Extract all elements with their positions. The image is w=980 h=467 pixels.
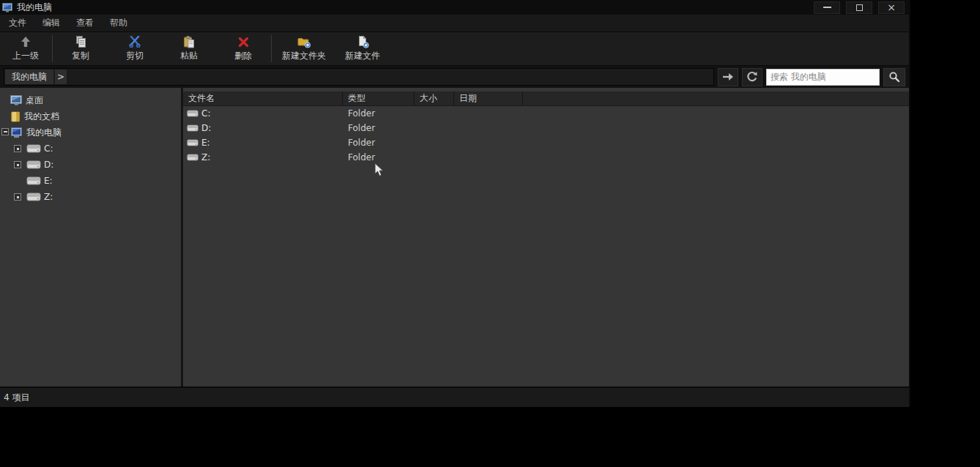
cut-icon [129,35,141,48]
tree-item-label: Z: [44,192,53,202]
column-header-spacer [523,91,909,105]
magnifier-icon [888,71,900,83]
up-one-level-label: 上一级 [12,50,39,62]
menu-help[interactable]: 帮助 [104,15,133,31]
desktop-background: 我的电脑 × 文件 编辑 查看 帮助 [0,0,980,467]
tree-item-drive-d[interactable]: D: [0,157,181,173]
item-count-status: 4 项目 [4,392,29,404]
refresh-icon [746,71,758,83]
delete-button[interactable]: 删除 [216,32,270,65]
file-row-drive-c[interactable]: C: Folder [183,106,909,121]
minimize-icon [823,7,831,8]
paste-button[interactable]: 粘贴 [162,32,216,65]
file-list-panel: 文件名 类型 大小 日期 C: Folder [183,88,909,386]
tree-item-label: 我的文档 [24,111,59,123]
menu-view[interactable]: 查看 [70,15,100,31]
drive-icon [187,109,198,118]
menu-edit[interactable]: 编辑 [37,15,66,31]
tree-item-my-documents[interactable]: 我的文档 [0,108,181,124]
window-title: 我的电脑 [17,1,52,14]
up-one-level-button[interactable]: 上一级 [0,32,51,65]
search-button[interactable] [883,68,905,86]
file-row-drive-z[interactable]: Z: Folder [183,150,909,165]
address-path-bar[interactable]: 我的电脑 > [4,68,714,86]
column-header-size[interactable]: 大小 [415,91,454,105]
tree-item-label: E: [44,176,53,186]
file-name: Z: [201,152,210,162]
file-manager-window: 我的电脑 × 文件 编辑 查看 帮助 [0,0,910,407]
tree-item-label: C: [44,143,53,154]
tree-panel: 桌面 我的文档 [0,88,181,386]
toolbar: 上一级 复制 [0,32,909,66]
copy-icon [75,35,86,48]
my-computer-app-icon [2,3,14,12]
go-arrow-icon [722,72,734,81]
tree-item-label: D: [44,160,53,170]
file-row-drive-d[interactable]: D: Folder [183,121,909,135]
status-bar: 4 项目 [0,386,909,407]
column-header-date[interactable]: 日期 [454,91,523,105]
minimize-button[interactable] [814,1,840,14]
go-button[interactable] [718,68,738,86]
expand-toggle-icon[interactable] [14,145,21,152]
drive-icon [26,143,41,154]
cut-button[interactable]: 剪切 [108,32,162,65]
breadcrumb-chevron-icon[interactable]: > [55,70,67,84]
close-button[interactable]: × [878,1,905,14]
toolbar-separator [271,35,272,62]
refresh-button[interactable] [742,68,762,86]
delete-icon [238,35,249,48]
tree-item-drive-z[interactable]: Z: [0,189,181,205]
paste-label: 粘贴 [180,50,198,62]
drive-icon [26,160,41,170]
file-type: Folder [343,123,415,133]
tree-item-drive-e[interactable]: E: [0,173,181,189]
file-type: Folder [343,138,415,148]
collapse-toggle-icon[interactable] [1,128,9,135]
folder-icon [10,111,21,122]
address-bar: 我的电脑 > [0,66,909,88]
drive-icon [26,176,41,186]
tree-item-label: 我的电脑 [26,127,62,139]
expand-toggle-icon[interactable] [14,193,21,201]
column-header-filename[interactable]: 文件名 [183,91,343,105]
menu-file[interactable]: 文件 [3,15,32,31]
content-area: 桌面 我的文档 [0,88,909,386]
drive-icon [187,124,198,132]
cut-label: 剪切 [126,50,144,62]
new-folder-button[interactable]: 新建文件夹 [272,32,335,65]
new-folder-label: 新建文件夹 [282,50,326,62]
drive-icon [187,153,198,162]
toolbar-separator [52,35,53,62]
copy-label: 复制 [72,50,89,62]
menu-bar: 文件 编辑 查看 帮助 [0,15,909,32]
file-list-header: 文件名 类型 大小 日期 [183,91,909,106]
maximize-icon [856,4,863,11]
expand-toggle-icon[interactable] [14,161,21,168]
close-icon: × [887,4,896,11]
desktop-icon [10,95,23,105]
new-file-icon [357,35,369,48]
file-name: E: [201,138,210,148]
copy-button[interactable]: 复制 [53,32,108,65]
breadcrumb-my-computer[interactable]: 我的电脑 [5,70,53,84]
tree-item-desktop[interactable]: 桌面 [0,92,181,108]
tree-item-label: 桌面 [26,94,43,107]
computer-icon [10,127,23,138]
tree-item-drive-c[interactable]: C: [0,141,181,157]
drive-icon [26,192,41,202]
delete-label: 删除 [234,50,252,62]
new-folder-icon [297,35,311,48]
new-file-button[interactable]: 新建文件 [335,32,390,65]
column-header-type[interactable]: 类型 [343,91,415,105]
up-arrow-icon [19,35,32,48]
new-file-label: 新建文件 [345,50,380,62]
file-row-drive-e[interactable]: E: Folder [183,135,909,150]
maximize-button[interactable] [846,1,872,14]
tree-item-my-computer[interactable]: 我的电脑 [0,124,181,141]
file-type: Folder [343,108,415,119]
search-input[interactable] [766,69,880,86]
paste-icon [183,35,195,48]
file-name: C: [201,108,210,119]
title-bar[interactable]: 我的电脑 × [0,0,909,15]
